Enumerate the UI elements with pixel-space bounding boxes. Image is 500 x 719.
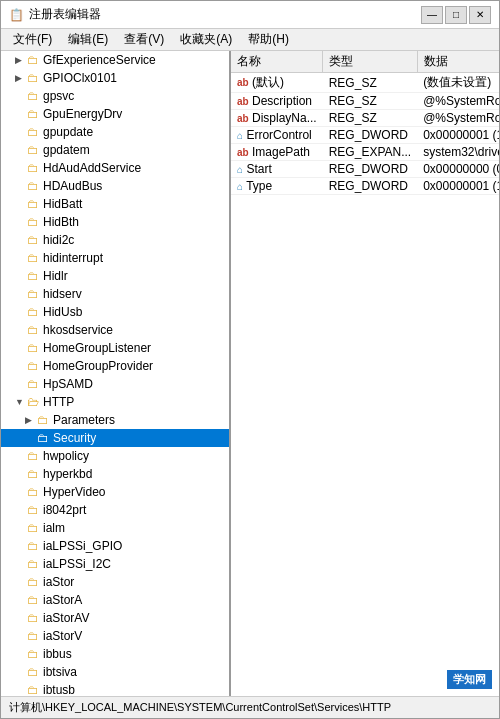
- folder-icon: 🗀: [25, 484, 41, 500]
- expand-arrow: [15, 289, 25, 299]
- tree-item-ibtsiva[interactable]: 🗀 ibtsiva: [1, 663, 229, 681]
- tree-item-HTTP[interactable]: ▼ 🗁 HTTP: [1, 393, 229, 411]
- reg-name: ab ImagePath: [231, 144, 323, 161]
- tree-item-iaStorA[interactable]: 🗀 iaStorA: [1, 591, 229, 609]
- tree-item-ibbus[interactable]: 🗀 ibbus: [1, 645, 229, 663]
- tree-item-iaStorAV[interactable]: 🗀 iaStorAV: [1, 609, 229, 627]
- menu-favorites[interactable]: 收藏夹(A): [172, 29, 240, 50]
- tree-item-hwpolicy[interactable]: 🗀 hwpolicy: [1, 447, 229, 465]
- expand-arrow: [15, 613, 25, 623]
- title-controls: — □ ✕: [421, 6, 491, 24]
- expand-arrow: [15, 451, 25, 461]
- tree-item-label: iaStorV: [43, 629, 82, 643]
- registry-table: 名称 类型 数据 ab (默认) REG_SZ (数值未设置) ab Descr…: [231, 51, 499, 195]
- tree-item-HyperVideo[interactable]: 🗀 HyperVideo: [1, 483, 229, 501]
- expand-arrow: [15, 253, 25, 263]
- tree-item-ialm[interactable]: 🗀 ialm: [1, 519, 229, 537]
- tree-item-label: GPIOClx0101: [43, 71, 117, 85]
- reg-data: @%SystemRoot%\s: [417, 93, 499, 110]
- reg-data: (数值未设置): [417, 73, 499, 93]
- tree-item-label: iaLPSSi_I2C: [43, 557, 111, 571]
- table-row[interactable]: ⌂ Type REG_DWORD 0x00000001 (1): [231, 178, 499, 195]
- tree-item-iaLPSSi_GPIO[interactable]: 🗀 iaLPSSi_GPIO: [1, 537, 229, 555]
- folder-icon: 🗁: [25, 394, 41, 410]
- folder-icon: 🗀: [25, 502, 41, 518]
- tree-item-label: HomeGroupProvider: [43, 359, 153, 373]
- reg-type: REG_DWORD: [323, 127, 417, 144]
- tree-item-Parameters[interactable]: ▶ 🗀 Parameters: [1, 411, 229, 429]
- tree-item-i8042prt[interactable]: 🗀 i8042prt: [1, 501, 229, 519]
- folder-icon: 🗀: [25, 178, 41, 194]
- tree-item-label: HyperVideo: [43, 485, 105, 499]
- tree-item-HdAudAddService[interactable]: 🗀 HdAudAddService: [1, 159, 229, 177]
- table-row[interactable]: ⌂ Start REG_DWORD 0x00000000 (0): [231, 161, 499, 178]
- tree-item-ibtusb[interactable]: 🗀 ibtusb: [1, 681, 229, 696]
- expand-arrow: [15, 559, 25, 569]
- tree-item-iaLPSSi_I2C[interactable]: 🗀 iaLPSSi_I2C: [1, 555, 229, 573]
- tree-item-label: iaLPSSi_GPIO: [43, 539, 122, 553]
- tree-item-label: HidBatt: [43, 197, 82, 211]
- folder-icon: 🗀: [25, 538, 41, 554]
- tree-item-gpdatem[interactable]: 🗀 gpdatem: [1, 141, 229, 159]
- tree-item-iaStorV[interactable]: 🗀 iaStorV: [1, 627, 229, 645]
- tree-item-HidBatt[interactable]: 🗀 HidBatt: [1, 195, 229, 213]
- tree-item-HomeGroupListener[interactable]: 🗀 HomeGroupListener: [1, 339, 229, 357]
- folder-icon: 🗀: [25, 88, 41, 104]
- col-header-type: 类型: [323, 51, 417, 73]
- tree-item-Security[interactable]: 🗀 Security: [1, 429, 229, 447]
- reg-type: REG_DWORD: [323, 161, 417, 178]
- tree-item-iaStor[interactable]: 🗀 iaStor: [1, 573, 229, 591]
- expand-arrow: [15, 541, 25, 551]
- app-icon: 📋: [9, 8, 23, 22]
- folder-icon: 🗀: [25, 160, 41, 176]
- reg-name: ab (默认): [231, 73, 323, 93]
- menu-edit[interactable]: 编辑(E): [60, 29, 116, 50]
- table-row[interactable]: ab ImagePath REG_EXPAN... system32\drive…: [231, 144, 499, 161]
- table-row[interactable]: ⌂ ErrorControl REG_DWORD 0x00000001 (1): [231, 127, 499, 144]
- menu-file[interactable]: 文件(F): [5, 29, 60, 50]
- maximize-button[interactable]: □: [445, 6, 467, 24]
- tree-item-gpsvc[interactable]: 🗀 gpsvc: [1, 87, 229, 105]
- table-row[interactable]: ab (默认) REG_SZ (数值未设置): [231, 73, 499, 93]
- folder-icon: 🗀: [25, 520, 41, 536]
- folder-icon: 🗀: [25, 304, 41, 320]
- expand-arrow: [15, 469, 25, 479]
- tree-item-hidi2c[interactable]: 🗀 hidi2c: [1, 231, 229, 249]
- tree-item-label: GfExperienceService: [43, 53, 156, 67]
- close-button[interactable]: ✕: [469, 6, 491, 24]
- tree-item-label: hidi2c: [43, 233, 74, 247]
- tree-item-label: HidBth: [43, 215, 79, 229]
- table-row[interactable]: ab DisplayNa... REG_SZ @%SystemRoot%\s: [231, 110, 499, 127]
- tree-item-HomeGroupProvider[interactable]: 🗀 HomeGroupProvider: [1, 357, 229, 375]
- expand-arrow: [15, 271, 25, 281]
- minimize-button[interactable]: —: [421, 6, 443, 24]
- tree-item-hidserv[interactable]: 🗀 hidserv: [1, 285, 229, 303]
- tree-panel[interactable]: ▶ 🗀 GfExperienceService ▶ 🗀 GPIOClx0101 …: [1, 51, 231, 696]
- tree-item-GfExperienceService[interactable]: ▶ 🗀 GfExperienceService: [1, 51, 229, 69]
- reg-name: ⌂ ErrorControl: [231, 127, 323, 144]
- expand-arrow: [15, 145, 25, 155]
- tree-item-label: HidUsb: [43, 305, 82, 319]
- menu-view[interactable]: 查看(V): [116, 29, 172, 50]
- tree-item-HidUsb[interactable]: 🗀 HidUsb: [1, 303, 229, 321]
- tree-item-GPIOClx0101[interactable]: ▶ 🗀 GPIOClx0101: [1, 69, 229, 87]
- folder-icon: 🗀: [25, 340, 41, 356]
- reg-type: REG_SZ: [323, 73, 417, 93]
- tree-item-hidinterrupt[interactable]: 🗀 hidinterrupt: [1, 249, 229, 267]
- tree-item-label: hwpolicy: [43, 449, 89, 463]
- menu-help[interactable]: 帮助(H): [240, 29, 297, 50]
- tree-item-label: i8042prt: [43, 503, 86, 517]
- folder-icon: 🗀: [25, 124, 41, 140]
- tree-item-hyperkbd[interactable]: 🗀 hyperkbd: [1, 465, 229, 483]
- tree-item-Hidlr[interactable]: 🗀 Hidlr: [1, 267, 229, 285]
- tree-item-HidBth[interactable]: 🗀 HidBth: [1, 213, 229, 231]
- reg-data: 0x00000001 (1): [417, 178, 499, 195]
- table-row[interactable]: ab Description REG_SZ @%SystemRoot%\s: [231, 93, 499, 110]
- tree-item-hkosdservice[interactable]: 🗀 hkosdservice: [1, 321, 229, 339]
- tree-item-HDAudBus[interactable]: 🗀 HDAudBus: [1, 177, 229, 195]
- title-bar: 📋 注册表编辑器 — □ ✕: [1, 1, 499, 29]
- tree-item-HpSAMD[interactable]: 🗀 HpSAMD: [1, 375, 229, 393]
- tree-item-gpupdate[interactable]: 🗀 gpupdate: [1, 123, 229, 141]
- tree-item-GpuEnergyDrv[interactable]: 🗀 GpuEnergyDrv: [1, 105, 229, 123]
- expand-arrow: [15, 649, 25, 659]
